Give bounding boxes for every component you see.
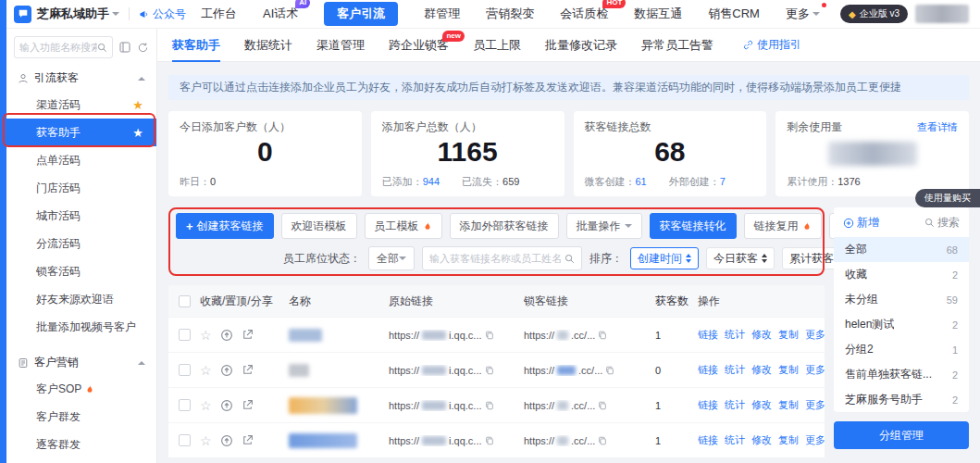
group-item[interactable]: 分组21 <box>834 337 969 362</box>
copy-icon[interactable] <box>485 331 494 340</box>
op-link[interactable]: 链接 <box>698 328 718 342</box>
group-item-favorites[interactable]: 收藏2 <box>834 262 969 287</box>
favorite-star-icon[interactable]: ☆ <box>200 329 212 342</box>
tab-cross-enterprise-lock[interactable]: 跨企业锁客new <box>389 29 449 62</box>
add-group-button[interactable]: 新增 <box>843 215 879 231</box>
sort-today-acquired[interactable]: 今日获客 <box>706 247 775 269</box>
share-icon[interactable] <box>242 434 254 446</box>
nav-item-ai-script[interactable]: AI话术AI <box>263 6 298 22</box>
favorite-star-icon[interactable]: ★ <box>132 99 143 111</box>
tab-abnormal-staff-alert[interactable]: 异常员工告警 <box>641 29 713 62</box>
nav-item-customer-acquisition[interactable]: 客户引流 <box>324 2 398 26</box>
copy-icon[interactable] <box>598 401 607 410</box>
favorite-star-icon[interactable]: ☆ <box>200 399 212 412</box>
op-more[interactable]: 更多 <box>805 398 825 412</box>
sidebar-item-customer-sop[interactable]: 客户SOP <box>6 375 156 403</box>
op-copy[interactable]: 复制 <box>778 363 799 377</box>
sidebar-item-city-qr[interactable]: 城市活码 <box>6 202 156 230</box>
share-icon[interactable] <box>242 364 254 376</box>
edition-badge[interactable]: ◆ 企业版 v3 <box>840 5 908 23</box>
copy-icon[interactable] <box>485 436 494 445</box>
pin-top-icon[interactable] <box>220 399 233 412</box>
add-external-link-button[interactable]: 添加外部获客链接 <box>450 213 559 239</box>
op-copy[interactable]: 复制 <box>778 433 799 447</box>
account-type-switch[interactable]: 公众号 <box>139 6 186 22</box>
group-item[interactable]: 售前单独获客链...2 <box>834 362 969 387</box>
copy-icon[interactable] <box>598 436 607 445</box>
view-details-link[interactable]: 查看详情 <box>917 120 958 134</box>
row-checkbox[interactable] <box>179 364 191 376</box>
sidebar-item-lock-qr[interactable]: 锁客活码 <box>6 257 156 285</box>
sidebar-section-marketing[interactable]: 客户营销 <box>6 348 156 375</box>
copy-icon[interactable] <box>598 331 607 340</box>
sidebar-item-channel-qr[interactable]: 渠道活码★ <box>6 91 156 119</box>
pin-top-icon[interactable] <box>220 364 233 377</box>
pin-top-icon[interactable] <box>220 434 233 447</box>
row-checkbox[interactable] <box>179 434 191 446</box>
nav-item-marketing-fission[interactable]: 营销裂变 <box>486 6 534 22</box>
create-acquisition-link-button[interactable]: +创建获客链接 <box>176 213 274 239</box>
link-reuse-button[interactable]: 链接复用 <box>744 213 822 239</box>
sidebar-search-input[interactable] <box>19 42 97 53</box>
nav-item-more[interactable]: 更多 <box>786 6 820 22</box>
sidebar-item-friend-source-welcome[interactable]: 好友来源欢迎语 <box>6 285 156 313</box>
user-avatar[interactable] <box>915 5 969 23</box>
usage-guide-link[interactable]: 使用指引 <box>743 37 801 53</box>
group-manage-button[interactable]: 分组管理 <box>834 421 969 449</box>
sidebar-item-customer-broadcast[interactable]: 客户群发 <box>6 403 156 431</box>
tab-channel-management[interactable]: 渠道管理 <box>316 29 365 62</box>
op-edit[interactable]: 修改 <box>751 433 772 447</box>
op-copy[interactable]: 复制 <box>778 398 799 412</box>
seat-status-select[interactable]: 全部 <box>368 246 415 270</box>
copy-icon[interactable] <box>485 366 494 375</box>
group-item[interactable]: 芝麻服务号助手2 <box>834 387 969 412</box>
sidebar-item-chase-broadcast[interactable]: 逐客群发 <box>6 431 156 458</box>
copy-icon[interactable] <box>485 401 494 410</box>
sidebar-section-acquisition[interactable]: 引流获客 <box>6 64 156 91</box>
sidebar-item-split-qr[interactable]: 分流活码 <box>6 230 156 257</box>
op-stats[interactable]: 统计 <box>725 328 745 342</box>
group-item-ungrouped[interactable]: 未分组59 <box>834 287 969 312</box>
op-more[interactable]: 更多 <box>805 363 825 377</box>
op-more[interactable]: 更多 <box>805 433 825 447</box>
copy-icon[interactable] <box>605 366 614 375</box>
usage-purchase-tag[interactable]: 使用量购买 <box>915 189 980 207</box>
link-conversion-button[interactable]: 获客链接转化 <box>650 213 737 239</box>
staff-template-button[interactable]: 员工模板 <box>365 213 442 239</box>
nav-item-group-management[interactable]: 群管理 <box>424 6 460 22</box>
welcome-template-button[interactable]: 欢迎语模板 <box>281 213 357 239</box>
op-link[interactable]: 链接 <box>698 363 718 377</box>
select-all-checkbox[interactable] <box>179 295 191 307</box>
op-stats[interactable]: 统计 <box>725 398 745 412</box>
op-edit[interactable]: 修改 <box>751 398 772 412</box>
brand-chevron-down-icon[interactable] <box>112 12 119 16</box>
table-search-input[interactable] <box>429 253 561 264</box>
op-stats[interactable]: 统计 <box>725 433 745 447</box>
tab-staff-limit[interactable]: 员工上限 <box>473 29 521 62</box>
tab-batch-modify-records[interactable]: 批量修改记录 <box>545 29 617 62</box>
share-icon[interactable] <box>242 329 254 341</box>
favorite-star-icon[interactable]: ★ <box>132 127 143 139</box>
search-icon[interactable] <box>564 254 575 264</box>
search-icon[interactable] <box>97 43 107 53</box>
pin-top-icon[interactable] <box>220 329 233 342</box>
op-more[interactable]: 更多 <box>805 328 825 342</box>
op-link[interactable]: 链接 <box>698 433 718 447</box>
op-copy[interactable]: 复制 <box>778 328 799 342</box>
sidebar-item-acquisition-assistant[interactable]: 获客助手★ <box>6 119 156 146</box>
group-item[interactable]: helen测试2 <box>834 312 969 337</box>
op-edit[interactable]: 修改 <box>751 363 772 377</box>
nav-item-workbench[interactable]: 工作台 <box>201 6 237 22</box>
row-checkbox[interactable] <box>179 329 191 341</box>
share-icon[interactable] <box>242 399 254 411</box>
sidebar-item-store-qr[interactable]: 门店活码 <box>6 174 156 202</box>
nav-item-data-interchange[interactable]: 数据互通 <box>634 6 682 22</box>
collapse-icon[interactable] <box>118 41 131 54</box>
tab-acquisition-assistant[interactable]: 获客助手 <box>172 29 220 62</box>
group-item-all[interactable]: 全部68 <box>834 237 969 262</box>
sidebar-item-order-qr[interactable]: 点单活码 <box>6 146 156 174</box>
sort-create-time[interactable]: 创建时间 <box>630 247 699 269</box>
sidebar-item-batch-add-video-customers[interactable]: 批量添加视频号客户 <box>6 313 156 341</box>
nav-item-sales-crm[interactable]: 销售CRM <box>708 6 760 22</box>
nav-item-chat-inspection[interactable]: 会话质检HOT <box>560 6 608 22</box>
